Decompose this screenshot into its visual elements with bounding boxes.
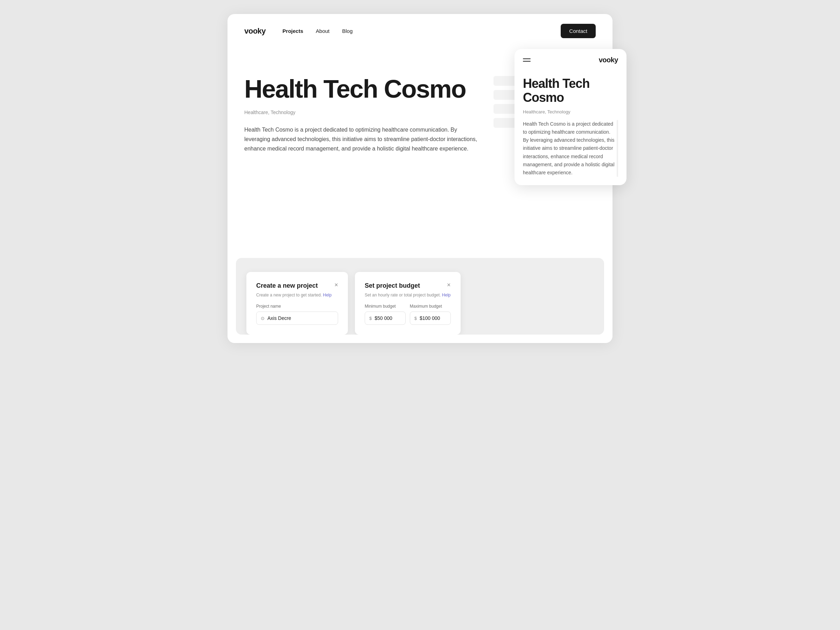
create-project-dialog: Create a new project × Create a new proj… — [246, 272, 348, 335]
budget-help-link[interactable]: Help — [442, 293, 451, 297]
min-budget-label: Minimum budget — [365, 304, 406, 309]
bottom-section: Create a new project × Create a new proj… — [236, 258, 604, 335]
project-icon: ⊙ — [261, 316, 265, 321]
dialog-close-button[interactable]: × — [334, 282, 338, 288]
dialog-help-link[interactable]: Help — [323, 293, 332, 297]
dialog-title: Create a new project — [256, 282, 318, 290]
contact-button[interactable]: Contact — [561, 24, 596, 38]
mobile-title: Health Tech Cosmo — [523, 77, 618, 104]
mobile-card: vooky Health Tech Cosmo Healthcare, Tech… — [515, 49, 627, 185]
max-budget-label: Maximum budget — [410, 304, 451, 309]
project-name-value: Axis Decre — [267, 315, 291, 321]
max-budget-value: $100 000 — [420, 315, 440, 321]
budget-dialog-subtitle: Set an hourly rate or total project budg… — [365, 293, 451, 297]
budget-dialog: Set project budget × Set an hourly rate … — [355, 272, 461, 335]
dialog-subtitle: Create a new project to get started. Hel… — [256, 293, 338, 297]
mobile-logo: vooky — [599, 56, 618, 64]
navbar: vooky Projects About Blog Contact — [227, 14, 613, 48]
menu-line-1 — [523, 58, 531, 59]
nav-link-projects[interactable]: Projects — [283, 28, 303, 34]
min-budget-field: Minimum budget $ $50 000 — [365, 304, 406, 325]
nav-links: Projects About Blog — [283, 28, 561, 34]
mobile-nav: vooky — [515, 49, 627, 71]
budget-dialog-title: Set project budget — [365, 282, 420, 290]
currency-icon-max: $ — [414, 316, 417, 321]
project-name-label: Project name — [256, 304, 338, 309]
mobile-content: Health Tech Cosmo Healthcare, Technology… — [515, 71, 627, 185]
dialog-header: Create a new project × — [256, 282, 338, 290]
hamburger-menu[interactable] — [523, 58, 531, 62]
mobile-tags: Healthcare, Technology — [523, 109, 618, 114]
budget-dialog-header: Set project budget × — [365, 282, 451, 290]
nav-link-blog[interactable]: Blog — [342, 28, 353, 34]
budget-row: Minimum budget $ $50 000 Maximum budget … — [365, 304, 451, 325]
nav-link-about[interactable]: About — [316, 28, 329, 34]
project-name-input[interactable]: ⊙ Axis Decre — [256, 311, 338, 325]
scene: vooky Projects About Blog Contact — [227, 14, 613, 343]
project-description: Health Tech Cosmo is a project dedicated… — [244, 125, 482, 154]
min-budget-input[interactable]: $ $50 000 — [365, 311, 406, 325]
budget-close-button[interactable]: × — [447, 282, 451, 288]
mobile-description: Health Tech Cosmo is a project dedicated… — [523, 120, 617, 177]
min-budget-value: $50 000 — [374, 315, 392, 321]
max-budget-input[interactable]: $ $100 000 — [410, 311, 451, 325]
mobile-description-box: Health Tech Cosmo is a project dedicated… — [523, 120, 618, 177]
max-budget-field: Maximum budget $ $100 000 — [410, 304, 451, 325]
currency-icon-min: $ — [369, 316, 372, 321]
menu-line-2 — [523, 61, 531, 62]
nav-logo: vooky — [244, 27, 266, 36]
